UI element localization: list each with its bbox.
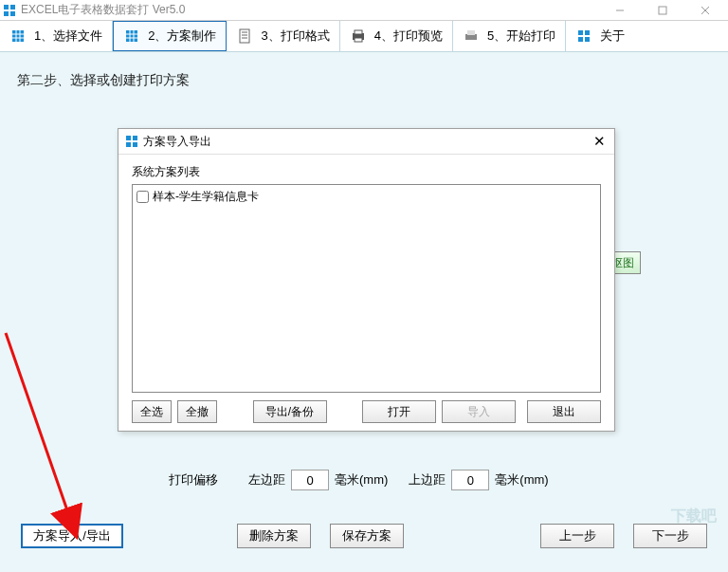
app-icon xyxy=(2,3,17,18)
svg-rect-13 xyxy=(126,30,137,42)
import-export-button[interactable]: 方案导入/导出 xyxy=(21,524,123,548)
dialog-titlebar: 方案导入导出 ✕ xyxy=(118,129,614,155)
svg-rect-2 xyxy=(4,11,9,16)
svg-rect-27 xyxy=(578,30,583,35)
svg-rect-5 xyxy=(659,7,666,14)
plan-list[interactable]: 样本-学生学籍信息卡 xyxy=(132,184,601,393)
titlebar: EXCEL电子表格数据套打 Ver5.0 xyxy=(0,0,728,21)
dialog-close-button[interactable]: ✕ xyxy=(590,132,609,151)
printer-icon xyxy=(463,28,480,45)
offset-top-label: 上边距 xyxy=(409,471,446,489)
grid-icon xyxy=(575,28,592,45)
tab-label: 5、开始打印 xyxy=(487,28,555,45)
tab-start-print[interactable]: 5、开始打印 xyxy=(453,21,566,51)
delete-plan-button[interactable]: 删除方案 xyxy=(237,524,311,548)
svg-rect-29 xyxy=(578,37,583,42)
print-offset-row: 打印偏移 左边距 毫米(mm) 上边距 毫米(mm) xyxy=(169,470,549,490)
svg-rect-31 xyxy=(126,136,131,140)
grid-icon xyxy=(124,134,139,149)
minimize-button[interactable] xyxy=(598,1,641,20)
exit-button[interactable]: 退出 xyxy=(527,400,601,423)
close-button[interactable] xyxy=(683,1,726,20)
prev-step-button[interactable]: 上一步 xyxy=(540,524,614,548)
tab-plan-make[interactable]: 2、方案制作 xyxy=(113,21,227,51)
svg-rect-1 xyxy=(10,5,15,9)
tab-label: 关于 xyxy=(600,28,625,45)
svg-rect-24 xyxy=(355,38,362,42)
tab-label: 3、打印格式 xyxy=(261,28,329,45)
svg-rect-26 xyxy=(467,30,475,35)
grid-icon xyxy=(9,28,27,45)
list-item[interactable]: 样本-学生学籍信息卡 xyxy=(136,188,596,206)
tab-label: 4、打印预览 xyxy=(374,28,443,45)
watermark: 下载吧 xyxy=(671,507,717,526)
tab-label: 2、方案制作 xyxy=(148,28,216,45)
tab-label: 1、选择文件 xyxy=(34,28,102,45)
plan-list-label: 系统方案列表 xyxy=(132,164,601,180)
tab-print-preview[interactable]: 4、打印预览 xyxy=(340,21,453,51)
printer-icon xyxy=(350,28,367,45)
document-icon xyxy=(236,28,253,45)
next-step-button[interactable]: 下一步 xyxy=(633,524,707,548)
offset-top-input[interactable] xyxy=(451,470,489,490)
list-item-checkbox[interactable] xyxy=(136,191,149,203)
offset-label: 打印偏移 xyxy=(169,471,218,489)
select-all-button[interactable]: 全选 xyxy=(132,400,172,423)
svg-rect-33 xyxy=(126,142,131,147)
offset-left-unit: 毫米(mm) xyxy=(335,471,388,489)
grid-icon xyxy=(123,28,140,45)
deselect-all-button[interactable]: 全撤 xyxy=(177,400,217,423)
offset-left-label: 左边距 xyxy=(248,471,285,489)
svg-rect-28 xyxy=(585,30,590,35)
save-plan-button[interactable]: 保存方案 xyxy=(330,524,404,548)
list-item-label: 样本-学生学籍信息卡 xyxy=(153,189,259,205)
tab-select-file[interactable]: 1、选择文件 xyxy=(0,21,113,51)
export-backup-button[interactable]: 导出/备份 xyxy=(253,400,327,423)
svg-rect-30 xyxy=(585,37,590,42)
toolbar: 1、选择文件 2、方案制作 3、打印格式 4、打印预览 5、开始打印 关于 xyxy=(0,21,728,52)
open-button[interactable]: 打开 xyxy=(362,400,436,423)
tab-about[interactable]: 关于 xyxy=(566,21,634,51)
svg-rect-3 xyxy=(10,11,15,16)
svg-rect-18 xyxy=(240,29,249,43)
tab-print-format[interactable]: 3、打印格式 xyxy=(227,21,339,51)
svg-rect-34 xyxy=(133,142,137,147)
svg-rect-8 xyxy=(12,30,24,42)
dialog-title: 方案导入导出 xyxy=(143,134,590,150)
svg-rect-23 xyxy=(355,30,362,34)
offset-left-input[interactable] xyxy=(291,470,329,490)
maximize-button[interactable] xyxy=(641,1,683,20)
svg-rect-0 xyxy=(4,5,9,9)
step-title: 第二步、选择或创建打印方案 xyxy=(17,72,711,89)
svg-rect-32 xyxy=(133,136,137,140)
window-title: EXCEL电子表格数据套打 Ver5.0 xyxy=(21,2,598,18)
import-export-dialog: 方案导入导出 ✕ 系统方案列表 样本-学生学籍信息卡 全选 全撤 导出/备份 打… xyxy=(118,128,615,432)
offset-top-unit: 毫米(mm) xyxy=(495,471,548,489)
bottom-bar: 方案导入/导出 删除方案 保存方案 上一步 下一步 xyxy=(0,523,728,549)
import-button[interactable]: 导入 xyxy=(442,400,516,423)
